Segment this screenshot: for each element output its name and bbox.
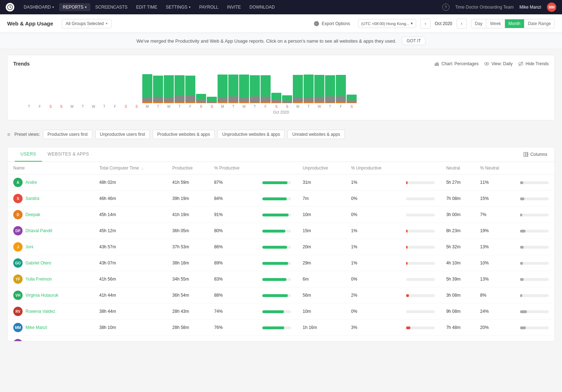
svg-rect-7 [437, 62, 438, 66]
cell-neutral: 5h 39m [440, 271, 475, 287]
help-icon[interactable]: ? [442, 4, 449, 11]
cell-unprod: 1h 16m [297, 320, 345, 336]
chart-bar-18 [218, 75, 228, 103]
cell-unprod-pct: 0% [345, 271, 400, 287]
cell-neutral-bar [514, 320, 554, 336]
nav-reports[interactable]: REPORTS ▾ [59, 3, 90, 11]
user-name-link[interactable]: Andre [25, 180, 37, 185]
cell-neutral-bar [514, 271, 554, 287]
columns-icon [523, 152, 528, 157]
info-banner: We've merged the Productivity and Web & … [0, 33, 562, 49]
filter-icon: ≡ [7, 132, 10, 137]
cell-unprod: 10m [297, 303, 345, 320]
user-name-link[interactable]: Sandra [25, 196, 39, 201]
user-avatar[interactable]: MM [547, 3, 556, 12]
preset-unrated-websites-button[interactable]: Unrated websites & apps [287, 130, 344, 139]
table-row: RV Rowena Valdez 38h 44m 28h 43m 74% 10m… [8, 303, 554, 320]
cell-prod-bar [257, 191, 297, 207]
chart-label-21: T [250, 105, 260, 109]
preset-unproductive-users-button[interactable]: Unproductive users first [95, 130, 150, 139]
nav-invite[interactable]: INVITE [223, 3, 244, 11]
cell-unprod-pct: 1% [345, 239, 400, 255]
user-name-link[interactable]: Deepak [25, 212, 40, 217]
user-name-link[interactable]: Mike Manzi [25, 325, 47, 330]
preset-productive-websites-button[interactable]: Productive websites & apps [153, 130, 215, 139]
user-name-link[interactable]: Joni [25, 244, 33, 249]
cell-prod-bar [257, 239, 297, 255]
nav-settings[interactable]: SETTINGS ▾ [162, 3, 194, 11]
view-date-range-button[interactable]: Date Range [524, 19, 554, 28]
cell-unprod-bar [400, 320, 440, 336]
cell-prod-bar [257, 303, 297, 320]
nav-screencasts[interactable]: SCREENCASTS [92, 3, 131, 11]
col-name: Name [8, 162, 94, 175]
user-name-link[interactable]: Rowena Valdez [25, 309, 55, 314]
cell-unprod: 56m [297, 287, 345, 303]
cell-neutral-bar [514, 191, 554, 207]
tab-users[interactable]: USERS [15, 147, 42, 162]
trends-chart: TFSSMTWTFSSMTWTFSSMTWTFSSMTWTFS Oct 2020 [13, 71, 549, 114]
cell-neutral-bar [514, 223, 554, 239]
view-daily-button[interactable]: View: Daily [484, 61, 513, 66]
cell-prod-bar [257, 207, 297, 223]
columns-button[interactable]: Columns [523, 152, 547, 157]
user-name-link[interactable]: Virginia Hutauruk [25, 293, 58, 298]
cell-unprod: 31m [297, 175, 345, 191]
view-week-button[interactable]: Week [486, 19, 505, 28]
table-scroll[interactable]: Name Total Computer Time ↓ Productive % … [8, 162, 554, 341]
chart-percentages-button[interactable]: Chart: Percentages [434, 61, 478, 66]
user-name-link[interactable]: Gabriel Otero [25, 260, 51, 266]
nav-edit-time[interactable]: EDIT TIME [133, 3, 161, 11]
table-row: GO Gabriel Otero 43h 07m 38h 18m 89% 29m… [8, 255, 554, 271]
got-it-button[interactable]: GOT IT [402, 37, 426, 45]
cell-neutral: 9h 47m [440, 336, 475, 341]
chart-bar-2 [46, 73, 56, 103]
cell-productive: 41h 19m [167, 207, 209, 223]
cell-unprod-bar [400, 303, 440, 320]
nav-download[interactable]: DOWNLOAD [246, 3, 278, 11]
preset-productive-users-button[interactable]: Productive users first [43, 130, 92, 139]
timezone-selector[interactable]: (UTC +08:00) Hong Kong... ▾ [358, 19, 416, 28]
chart-bar-21 [250, 75, 260, 103]
col-total[interactable]: Total Computer Time ↓ [94, 162, 167, 175]
cell-prod-pct: 72% [208, 336, 257, 341]
cell-productive: 36h 05m [167, 223, 209, 239]
export-button[interactable]: ↑ Export Options [310, 19, 353, 28]
cell-unprod-bar [400, 191, 440, 207]
cell-neutral: 7h 48m [440, 320, 475, 336]
cell-prod-pct: 89% [208, 255, 257, 271]
cell-neutral: 8h 23m [440, 223, 475, 239]
cell-neutral-pct: 13% [475, 271, 514, 287]
nav-right: ? Time Doctor Onboarding Team Mike Manzi… [442, 3, 556, 12]
user-name-link[interactable]: Dhaval Pandit [25, 228, 52, 233]
group-selector[interactable]: All Groups Selected ▾ [62, 19, 111, 28]
view-month-button[interactable]: Month [505, 19, 524, 28]
nav-payroll[interactable]: PAYROLL [196, 3, 222, 11]
view-day-button[interactable]: Day [471, 19, 486, 28]
cell-unprod-bar [400, 336, 440, 341]
cell-neutral-pct: 7% [475, 207, 514, 223]
chart-bar-12 [153, 76, 163, 103]
svg-rect-15 [527, 152, 528, 157]
col-neutral-pct: % Neutral [475, 162, 514, 175]
date-prev-button[interactable]: ‹ [420, 19, 430, 29]
sub-nav: Web & App Usage All Groups Selected ▾ ↑ … [0, 14, 562, 33]
date-next-button[interactable]: › [457, 19, 467, 29]
nav-dashboard[interactable]: DASHBOARD ▾ [20, 3, 58, 11]
user-avatar: S [13, 194, 23, 203]
svg-rect-14 [525, 152, 527, 157]
export-icon: ↑ [314, 21, 319, 27]
cell-unprod: 23m [297, 336, 345, 341]
user-name-link[interactable]: Yulia Freimon [25, 277, 52, 282]
tab-websites-apps[interactable]: WEBSITES & APPS [42, 147, 95, 162]
svg-line-2 [10, 7, 11, 8]
user-name[interactable]: Mike Manzi [519, 5, 541, 10]
cell-prod-pct: 88% [208, 287, 257, 303]
cell-unprod-pct: 1% [345, 175, 400, 191]
preset-unproductive-websites-button[interactable]: Unproductive websites & apps [218, 130, 285, 139]
app-logo[interactable] [6, 3, 14, 11]
cell-total: 45h 14m [94, 207, 167, 223]
chart-label-12: T [153, 105, 163, 109]
cell-unprod: 29m [297, 255, 345, 271]
hide-trends-button[interactable]: Hide Trends [518, 61, 549, 66]
